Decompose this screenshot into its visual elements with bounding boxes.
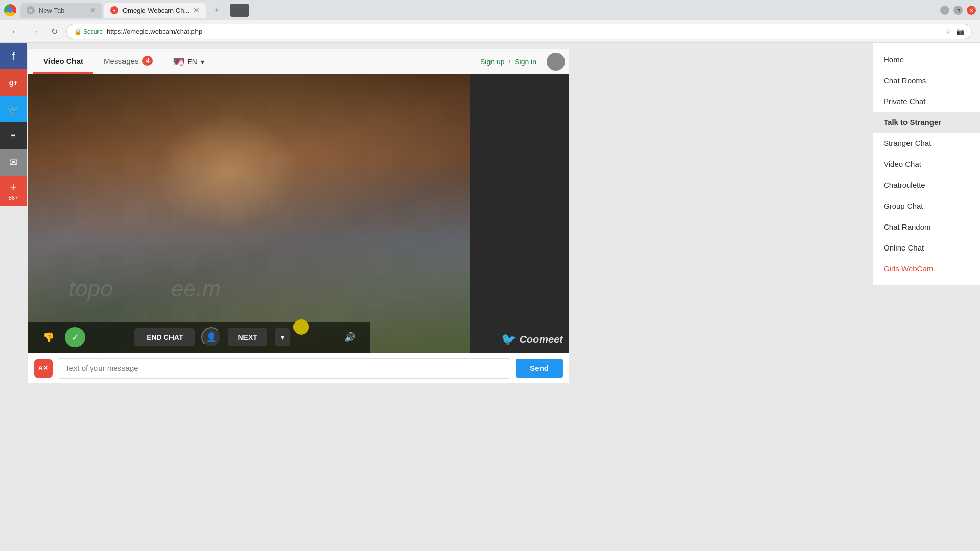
sign-in-link[interactable]: Sign in xyxy=(514,58,536,66)
tab-video-chat[interactable]: Video Chat xyxy=(33,49,93,74)
like-button[interactable]: ✓ xyxy=(65,327,85,347)
minimize-button[interactable]: — xyxy=(940,6,949,15)
new-tab-button[interactable]: + xyxy=(210,3,224,17)
mail-icon: ✉ xyxy=(9,156,18,168)
send-button[interactable]: Send xyxy=(516,359,563,378)
lang-code: EN xyxy=(187,58,197,66)
next-button[interactable]: NEXT xyxy=(228,328,267,346)
auth-links: Sign up / Sign in xyxy=(480,58,536,66)
watermark-right: ee.m xyxy=(171,276,221,302)
app-menu-button[interactable] xyxy=(230,4,249,17)
right-nav-chatroulette[interactable]: Chatroulette xyxy=(873,174,980,195)
lang-dropdown-icon: ▾ xyxy=(201,58,204,66)
buffer-share-button[interactable]: ≡ xyxy=(0,122,27,149)
main-video-feed: topo ee.m 👎 ✓ END CHAT 👤 NEXT ▾ xyxy=(28,74,470,353)
user-avatar xyxy=(547,53,565,71)
center-panel: Video Chat Messages 4 🇺🇸 EN ▾ Sign up / … xyxy=(28,49,569,383)
dislike-button[interactable]: 👎 xyxy=(38,327,59,347)
tab-label-new: New Tab xyxy=(39,7,64,14)
window-controls: — □ ✕ xyxy=(940,6,976,15)
watermark-left: topo xyxy=(69,276,113,302)
video-gradient xyxy=(28,74,470,353)
coomeet-bird-icon: 🐦 xyxy=(501,332,517,346)
page-content: f g+ 🐦 ≡ ✉ + 867 Video Chat Mes xyxy=(0,43,980,551)
coomeet-brand: Coomeet xyxy=(519,334,563,345)
next-dropdown-button[interactable]: ▾ xyxy=(275,328,290,346)
tab-close-new[interactable]: ✕ xyxy=(90,6,96,14)
language-selector[interactable]: 🇺🇸 EN ▾ xyxy=(173,56,204,67)
right-nav-chat-random[interactable]: Chat Random xyxy=(873,216,980,237)
maximize-button[interactable]: □ xyxy=(953,6,963,15)
bookmark-icon[interactable]: ☆ xyxy=(946,28,952,35)
pip-video: 🐦 Coomeet xyxy=(470,74,569,353)
browser-titlebar: N New Tab ✕ ● Omegle Webcam Ch... ✕ + — … xyxy=(0,0,980,20)
google-share-button[interactable]: g+ xyxy=(0,69,27,96)
share-count-button[interactable]: + 867 xyxy=(0,176,27,206)
tab-omegle[interactable]: ● Omegle Webcam Ch... ✕ xyxy=(104,3,206,18)
mail-share-button[interactable]: ✉ xyxy=(0,149,27,176)
tab-favicon-new: N xyxy=(27,6,35,14)
right-nav-private-chat[interactable]: Private Chat xyxy=(873,91,980,112)
message-bar: A✕ Send xyxy=(28,353,569,383)
right-nav-talk-to-stranger[interactable]: Talk to Stranger xyxy=(873,112,980,133)
share-plus-icon: + xyxy=(10,181,17,194)
back-button[interactable]: ← xyxy=(8,24,22,39)
message-input[interactable] xyxy=(58,358,510,379)
full-layout: Video Chat Messages 4 🇺🇸 EN ▾ Sign up / … xyxy=(0,49,980,383)
translate-icon: A✕ xyxy=(34,359,53,378)
close-button[interactable]: ✕ xyxy=(967,6,976,15)
camera-icon[interactable]: 📷 xyxy=(956,28,964,35)
auth-separator: / xyxy=(508,58,510,66)
twitter-share-button[interactable]: 🐦 xyxy=(0,96,27,122)
browser-chrome: N New Tab ✕ ● Omegle Webcam Ch... ✕ + — … xyxy=(0,0,980,43)
google-icon: g+ xyxy=(9,79,18,87)
tab-messages[interactable]: Messages 4 xyxy=(93,48,163,74)
share-count: 867 xyxy=(9,195,18,201)
right-nav-group-chat[interactable]: Group Chat xyxy=(873,195,980,216)
right-nav-stranger-chat[interactable]: Stranger Chat xyxy=(873,133,980,154)
volume-button[interactable]: 🔊 xyxy=(339,327,360,347)
site-nav: Video Chat Messages 4 🇺🇸 EN ▾ Sign up / … xyxy=(28,49,569,74)
url-text: https://omegle.webcam/chat.php xyxy=(107,28,942,35)
facebook-icon: f xyxy=(12,51,15,62)
tab-new[interactable]: N New Tab ✕ xyxy=(20,3,102,18)
buffer-icon: ≡ xyxy=(11,131,15,140)
right-nav-video-chat[interactable]: Video Chat xyxy=(873,154,980,174)
right-nav-sidebar: Home Chat Rooms Private Chat Talk to Str… xyxy=(873,43,980,285)
facebook-share-button[interactable]: f xyxy=(0,43,27,69)
video-controls: 👎 ✓ END CHAT 👤 NEXT ▾ 🔊 xyxy=(28,322,370,353)
tab-label-omegle: Omegle Webcam Ch... xyxy=(122,7,189,14)
messages-badge: 4 xyxy=(142,56,153,66)
tab-close-omegle[interactable]: ✕ xyxy=(193,6,200,14)
right-nav-chat-rooms[interactable]: Chat Rooms xyxy=(873,70,980,91)
sign-up-link[interactable]: Sign up xyxy=(480,58,504,66)
right-nav-home[interactable]: Home xyxy=(873,49,980,70)
cursor-indicator xyxy=(293,319,309,335)
refresh-button[interactable]: ↻ xyxy=(47,24,61,39)
secure-badge: 🔒 Secure xyxy=(74,28,103,35)
address-icons: ☆ 📷 xyxy=(946,28,964,35)
coomeet-logo: 🐦 Coomeet xyxy=(501,332,563,346)
video-area: topo ee.m 👎 ✓ END CHAT 👤 NEXT ▾ xyxy=(28,74,569,353)
address-bar[interactable]: 🔒 Secure https://omegle.webcam/chat.php … xyxy=(66,24,972,39)
twitter-icon: 🐦 xyxy=(7,103,20,115)
forward-button[interactable]: → xyxy=(28,24,42,39)
right-nav-online-chat[interactable]: Online Chat xyxy=(873,237,980,258)
end-chat-button[interactable]: END CHAT xyxy=(134,328,195,346)
flag-icon: 🇺🇸 xyxy=(173,56,184,67)
browser-addressbar: ← → ↻ 🔒 Secure https://omegle.webcam/cha… xyxy=(0,20,980,43)
social-sidebar: f g+ 🐦 ≡ ✉ + 867 xyxy=(0,43,27,206)
tab-favicon-omegle: ● xyxy=(110,6,118,14)
right-nav-girls-webcam[interactable]: Girls WebCam xyxy=(873,258,980,279)
user-profile-button[interactable]: 👤 xyxy=(201,327,222,347)
